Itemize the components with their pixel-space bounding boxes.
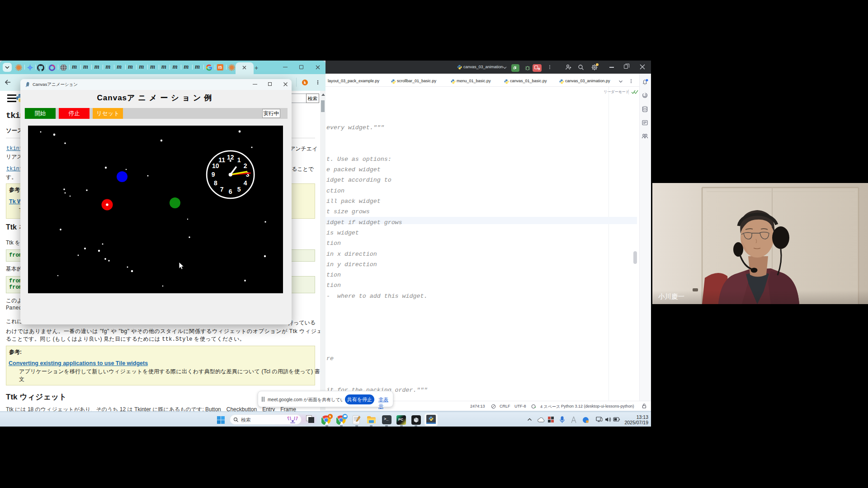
svg-text:12: 12 bbox=[227, 154, 234, 161]
svg-text:5: 5 bbox=[237, 186, 241, 193]
svg-text:10: 10 bbox=[212, 162, 219, 169]
svg-text:1: 1 bbox=[237, 156, 241, 164]
svg-text:9: 9 bbox=[212, 171, 215, 178]
svg-text:11: 11 bbox=[218, 156, 225, 164]
svg-text:小川慶一: 小川慶一 bbox=[658, 293, 684, 300]
svg-text:7: 7 bbox=[220, 186, 224, 193]
svg-text:4: 4 bbox=[244, 179, 247, 187]
svg-text:2: 2 bbox=[244, 162, 247, 169]
svg-text:6: 6 bbox=[229, 188, 232, 195]
svg-text:8: 8 bbox=[214, 179, 217, 187]
